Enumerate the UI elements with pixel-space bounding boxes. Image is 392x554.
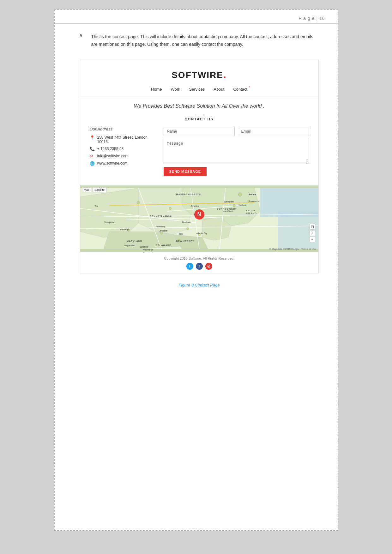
svg-text:York: York bbox=[179, 232, 183, 235]
svg-point-16 bbox=[186, 227, 189, 230]
street-text: 258 West 74th Street, London 10016 bbox=[97, 135, 156, 144]
phone-text: + 1235 2355 98 bbox=[97, 147, 124, 151]
message-textarea[interactable] bbox=[164, 139, 309, 164]
contact-form: SEND MESSAGE bbox=[164, 127, 309, 176]
page-wrapper: P a g e | 16 5. This is the contact page… bbox=[54, 9, 338, 531]
tagline: We Provides Best Software Solution In Al… bbox=[80, 96, 318, 111]
point-text: This is the contact page. This will incl… bbox=[91, 33, 319, 48]
page-content: 5. This is the contact page. This will i… bbox=[55, 24, 338, 300]
page-header: P a g e | 16 bbox=[55, 10, 338, 24]
svg-text:MASSACHUSETTS: MASSACHUSETTS bbox=[176, 193, 201, 196]
website-text: www.softwire.com bbox=[97, 161, 128, 166]
address-item-phone: 📞 + 1235 2355 98 bbox=[90, 147, 156, 151]
email-text: info@softwire.com bbox=[97, 154, 129, 158]
map-tab-button[interactable]: Map bbox=[82, 187, 92, 192]
name-input[interactable] bbox=[164, 127, 235, 136]
social-icons: t f ◎ bbox=[80, 263, 318, 270]
svg-text:Scranton: Scranton bbox=[190, 205, 199, 207]
zoom-out-button[interactable]: − bbox=[310, 237, 315, 242]
svg-text:NEW JERSEY: NEW JERSEY bbox=[176, 239, 194, 242]
nav-item-contact[interactable]: Contact bbox=[233, 87, 247, 92]
address-item-street: 📍 258 West 74th Street, London 10016 bbox=[90, 135, 156, 144]
email-icon: ✉ bbox=[90, 154, 95, 159]
marker-label: N bbox=[197, 212, 201, 217]
figure-caption: Figure 8 Contact Page bbox=[80, 283, 319, 287]
svg-text:Providence: Providence bbox=[249, 200, 259, 202]
social-facebook-icon[interactable]: f bbox=[196, 263, 203, 270]
instagram-symbol: ◎ bbox=[207, 264, 210, 268]
svg-point-21 bbox=[233, 204, 235, 207]
nav-item-services[interactable]: Services bbox=[189, 87, 205, 92]
svg-point-13 bbox=[169, 207, 171, 209]
svg-text:RHODE: RHODE bbox=[246, 209, 256, 212]
form-row-top bbox=[164, 127, 309, 136]
address-item-website: 🌐 www.softwire.com bbox=[90, 161, 156, 166]
pin-icon: 📍 bbox=[90, 135, 95, 140]
svg-text:MARYLAND: MARYLAND bbox=[127, 239, 142, 242]
svg-text:Youngstown: Youngstown bbox=[104, 221, 115, 223]
footer-area: Copyright 2018 Softwire. All Rights Rese… bbox=[80, 252, 318, 273]
send-message-button[interactable]: SEND MESSAGE bbox=[164, 167, 207, 176]
point-section: 5. This is the contact page. This will i… bbox=[80, 33, 319, 48]
social-instagram-icon[interactable]: ◎ bbox=[205, 263, 212, 270]
map-area: PENNSYLVANIA MASSACHUSETTS CONNECTICUT R… bbox=[80, 185, 318, 252]
svg-text:Harrisburg: Harrisburg bbox=[156, 225, 165, 228]
map-zoom-controls: ⊡ + − bbox=[310, 224, 315, 242]
nav-item-about[interactable]: About bbox=[214, 87, 224, 92]
website-preview: SOFTWIRE. Home Work Services About Conta… bbox=[80, 60, 319, 273]
address-title: Our Address bbox=[90, 127, 156, 131]
svg-text:Erie: Erie bbox=[94, 205, 98, 207]
svg-text:Washington: Washington bbox=[142, 249, 153, 251]
section-divider bbox=[195, 115, 204, 115]
phone-icon: 📞 bbox=[90, 147, 95, 151]
map-controls-top: Map Satellite bbox=[82, 187, 107, 192]
svg-text:New Haven: New Haven bbox=[222, 210, 233, 212]
map-terms: © Map data ©2018 Google Terms of Use bbox=[269, 248, 316, 250]
svg-text:Springfield: Springfield bbox=[224, 201, 234, 203]
zoom-in-button[interactable]: + bbox=[310, 230, 315, 236]
svg-text:Lancaster: Lancaster bbox=[159, 230, 168, 232]
contact-grid: Our Address 📍 258 West 74th Street, Lond… bbox=[90, 127, 309, 176]
logo-area: SOFTWIRE. bbox=[80, 60, 318, 84]
address-item-email: ✉ info@softwire.com bbox=[90, 154, 156, 159]
page-number: P a g e | 16 bbox=[299, 16, 325, 21]
nav-item-home[interactable]: Home bbox=[151, 87, 162, 92]
svg-text:ISLAND: ISLAND bbox=[246, 212, 256, 215]
contact-info: Our Address 📍 258 West 74th Street, Lond… bbox=[90, 127, 156, 176]
globe-icon: 🌐 bbox=[90, 161, 95, 166]
svg-text:Allentown: Allentown bbox=[182, 221, 190, 223]
map-marker: N bbox=[194, 209, 204, 220]
svg-text:PENNSYLVANIA: PENNSYLVANIA bbox=[150, 215, 171, 218]
svg-text:Boston: Boston bbox=[249, 193, 256, 196]
svg-text:Baltimore: Baltimore bbox=[140, 246, 148, 248]
nav-bar: Home Work Services About Contact bbox=[80, 84, 318, 96]
logo-dot: . bbox=[223, 69, 227, 80]
twitter-symbol: t bbox=[189, 264, 190, 268]
svg-point-15 bbox=[160, 232, 162, 234]
nav-item-work[interactable]: Work bbox=[171, 87, 180, 92]
svg-text:Hartford: Hartford bbox=[238, 204, 246, 206]
svg-text:Atlantic City: Atlantic City bbox=[196, 232, 207, 234]
point-number: 5. bbox=[80, 33, 86, 48]
footer-copyright: Copyright 2018 Softwire. All Rights Rese… bbox=[80, 256, 318, 260]
section-heading: CONTACT US bbox=[90, 117, 309, 121]
logo-text: SOFTWIRE. bbox=[172, 70, 227, 80]
svg-point-19 bbox=[238, 193, 242, 196]
section-heading-wrapper: CONTACT US bbox=[90, 115, 309, 121]
email-input[interactable] bbox=[238, 127, 309, 136]
svg-text:DELAWARE: DELAWARE bbox=[156, 244, 171, 247]
svg-text:Pittsburgh: Pittsburgh bbox=[120, 228, 129, 231]
contact-section: CONTACT US Our Address 📍 258 West 74th S… bbox=[80, 111, 318, 182]
facebook-symbol: f bbox=[199, 264, 200, 268]
social-twitter-icon[interactable]: t bbox=[186, 263, 193, 270]
zoom-full-button[interactable]: ⊡ bbox=[310, 224, 315, 230]
satellite-tab-button[interactable]: Satellite bbox=[93, 187, 106, 192]
svg-text:Morgantown: Morgantown bbox=[124, 244, 135, 247]
svg-point-12 bbox=[137, 201, 140, 204]
